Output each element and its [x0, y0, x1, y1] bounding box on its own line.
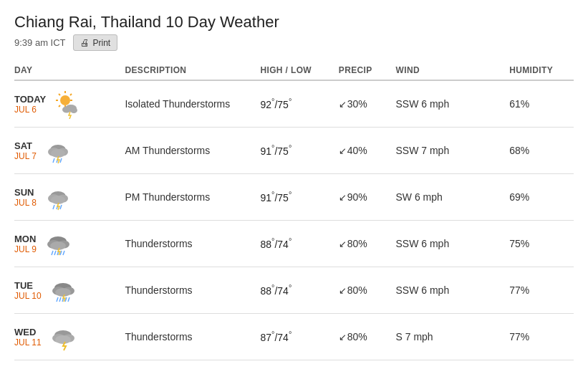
day-cell-1: SAT JUL 7 [14, 128, 125, 174]
print-icon: 🖨 [80, 37, 90, 48]
precip-cell: ↙80% [339, 314, 396, 360]
svg-line-5 [59, 94, 60, 95]
weather-icon [42, 135, 74, 166]
wind-cell: SSW 6 mph [396, 221, 510, 267]
day-cell-6: THU JUL 12 [14, 360, 125, 370]
high-low-cell: 88°/74° [260, 221, 338, 267]
description-cell: Thunderstorms [125, 221, 260, 267]
wind-cell: SW 6 mph [396, 174, 510, 221]
day-cell-3: MON JUL 9 [14, 221, 125, 267]
description-cell: Thunderstorms [125, 267, 260, 314]
wind-cell: S 7 mph [396, 360, 510, 370]
svg-point-11 [70, 107, 77, 113]
precip-cell: ↙80% [339, 221, 396, 267]
precip-cell: ↙90% [339, 174, 396, 221]
svg-line-8 [59, 105, 60, 107]
day-cell-2: SUN JUL 8 [14, 174, 125, 221]
day-date: JUL 10 [14, 291, 42, 301]
description-cell: AM Thunderstorms [125, 128, 260, 174]
svg-line-25 [60, 205, 62, 209]
high-low-cell: 91°/75° [260, 174, 338, 221]
humidity-cell: 68% [509, 128, 574, 174]
svg-line-23 [53, 205, 54, 209]
weather-table: DAY DESCRIPTION HIGH / LOW PRECIP WIND H… [14, 61, 574, 369]
high-low-cell: 92°/75° [260, 80, 338, 128]
col-high-low: HIGH / LOW [260, 61, 338, 80]
day-name: MON [14, 234, 37, 244]
svg-line-30 [52, 251, 53, 255]
svg-point-15 [51, 149, 65, 158]
table-row: SAT JUL 7 AM Thunderstorms91°/75°↙40%SSW… [14, 128, 574, 174]
high-low-cell: 87°/74° [260, 314, 338, 360]
description-cell: Thunderstorms [125, 314, 260, 360]
description-cell: Isolated Thunderstorms [125, 80, 260, 128]
high-low-cell: 87°/74° [260, 360, 338, 370]
description-cell: Thunderstorms [125, 360, 260, 370]
humidity-cell: 61% [509, 80, 574, 128]
print-button[interactable]: 🖨 Print [73, 34, 118, 51]
description-cell: PM Thunderstorms [125, 174, 260, 221]
svg-line-7 [70, 94, 72, 95]
col-humidity: HUMIDITY [509, 61, 574, 80]
table-row: TUE JUL 10 Thunderstorms88°/74°↙80%SSW 6… [14, 267, 574, 314]
table-row: THU JUL 12 Thunderstorms87°/74°↙80%S 7 m… [14, 360, 574, 370]
humidity-cell: 69% [509, 174, 574, 221]
time-label: 9:39 am ICT [14, 37, 66, 48]
svg-line-18 [60, 158, 62, 163]
svg-point-38 [55, 288, 71, 297]
print-label: Print [93, 38, 111, 48]
svg-line-39 [57, 297, 58, 302]
day-date: JUL 7 [14, 151, 37, 161]
svg-line-34 [63, 251, 64, 255]
col-description: DESCRIPTION [125, 61, 260, 80]
precip-cell: ↙80% [339, 267, 396, 314]
high-low-cell: 91°/75° [260, 128, 338, 174]
humidity-cell: 75% [509, 221, 574, 267]
table-row: WED JUL 11 Thunderstorms87°/74°↙80%S 7 m… [14, 314, 574, 360]
day-name: TODAY [14, 94, 46, 105]
day-date: JUL 6 [14, 105, 46, 115]
wind-cell: SSW 7 mph [396, 128, 510, 174]
day-name: SAT [14, 140, 37, 151]
humidity-cell: 77% [509, 267, 574, 314]
col-day: DAY [14, 61, 125, 80]
table-row: SUN JUL 8 PM Thunderstorms91°/75°↙90%SW … [14, 174, 574, 221]
precip-cell: ↙40% [339, 128, 396, 174]
col-wind: WIND [396, 61, 510, 80]
svg-point-29 [50, 241, 66, 250]
precip-cell: ↙80% [339, 360, 396, 370]
day-name: TUE [14, 280, 42, 291]
svg-line-31 [54, 251, 56, 255]
high-low-cell: 88°/74° [260, 267, 338, 314]
day-name: SUN [14, 187, 37, 198]
day-cell-4: TUE JUL 10 [14, 267, 125, 314]
humidity-cell: 77% [509, 314, 574, 360]
svg-line-43 [68, 297, 69, 302]
svg-point-0 [60, 95, 70, 105]
day-name: WED [14, 327, 42, 337]
svg-point-47 [55, 335, 71, 344]
precip-cell: ↙30% [339, 80, 396, 128]
col-precip: PRECIP [339, 61, 396, 80]
day-date: JUL 9 [14, 244, 37, 254]
weather-icon [52, 88, 83, 120]
day-date: JUL 11 [14, 337, 42, 348]
table-row: MON JUL 9 Thunderstorms88°/74°↙80%SSW 6 … [14, 221, 574, 267]
day-date: JUL 8 [14, 198, 37, 208]
humidity-cell: 76% [509, 360, 574, 370]
page-title: Chiang Rai, Thailand 10 Day Weather [14, 13, 574, 32]
weather-icon [47, 274, 79, 306]
svg-point-22 [51, 196, 65, 204]
day-cell-5: WED JUL 11 [14, 314, 125, 360]
wind-cell: SSW 6 mph [396, 267, 510, 314]
weather-icon [42, 228, 74, 259]
svg-line-16 [53, 158, 54, 163]
wind-cell: SSW 6 mph [396, 80, 510, 128]
table-row: TODAY JUL 6 Isolated Thunderstorms92°/75… [14, 80, 574, 128]
weather-icon [47, 321, 79, 353]
day-cell-0: TODAY JUL 6 [14, 80, 125, 128]
weather-icon [42, 181, 74, 213]
wind-cell: S 7 mph [396, 314, 510, 360]
svg-line-40 [59, 297, 61, 302]
